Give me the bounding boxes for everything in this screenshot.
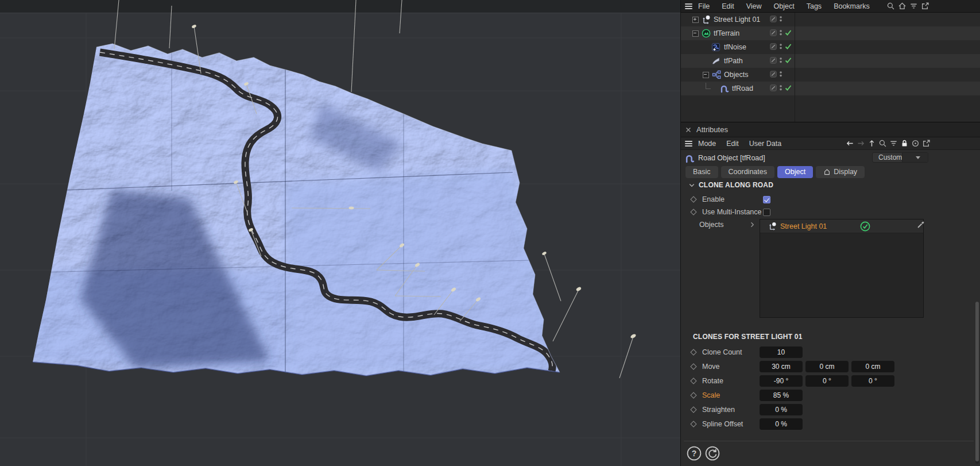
rotate-b-field[interactable]: 0 ° bbox=[851, 375, 894, 387]
enabled-check-icon[interactable] bbox=[785, 57, 792, 64]
edit-tag-icon[interactable] bbox=[770, 71, 777, 78]
object-label[interactable]: Street Light 01 bbox=[714, 15, 760, 24]
target-icon[interactable] bbox=[911, 139, 920, 148]
road-spline-icon bbox=[685, 153, 695, 163]
filter-icon[interactable] bbox=[889, 139, 898, 148]
object-row-tfnoise[interactable]: tfNoise bbox=[681, 40, 980, 54]
visibility-dots-icon[interactable] bbox=[779, 84, 783, 91]
tab-coordinates[interactable]: Coordinates bbox=[721, 166, 774, 178]
enabled-check-icon[interactable] bbox=[785, 84, 792, 91]
enabled-circle-check-icon[interactable] bbox=[860, 221, 870, 232]
collapse-minus-icon[interactable] bbox=[703, 72, 709, 78]
eyedropper-icon[interactable] bbox=[916, 220, 925, 229]
home-icon[interactable] bbox=[898, 2, 907, 10]
param-diamond-icon[interactable] bbox=[690, 406, 696, 413]
popout-icon[interactable] bbox=[921, 2, 929, 10]
object-row-street-light[interactable]: Street Light 01 bbox=[681, 13, 980, 26]
edit-tag-icon[interactable] bbox=[770, 16, 777, 22]
object-manager-menubar: File Edit View Object Tags Bookmarks bbox=[681, 0, 980, 13]
viewport-3d[interactable] bbox=[0, 0, 680, 466]
rotate-p-field[interactable]: 0 ° bbox=[805, 375, 849, 387]
preset-dropdown[interactable]: Custom bbox=[872, 152, 928, 163]
menu-object[interactable]: Object bbox=[774, 2, 795, 10]
lock-icon[interactable] bbox=[900, 139, 909, 148]
collapse-minus-icon[interactable] bbox=[692, 30, 699, 37]
menu-view[interactable]: View bbox=[746, 2, 762, 10]
edit-tag-icon[interactable] bbox=[770, 43, 777, 50]
menu-edit[interactable]: Edit bbox=[722, 2, 734, 10]
search-icon[interactable] bbox=[886, 2, 895, 10]
section-clone-along-road[interactable]: CLONE ALONG ROAD bbox=[689, 181, 773, 189]
row-clone-count: Clone Count 10 bbox=[691, 346, 760, 358]
reset-icon[interactable] bbox=[704, 445, 721, 461]
param-diamond-icon[interactable] bbox=[690, 392, 696, 398]
expand-plus-icon[interactable] bbox=[692, 17, 699, 23]
popout-icon[interactable] bbox=[922, 139, 931, 148]
filter-icon[interactable] bbox=[909, 2, 918, 10]
forward-arrow-icon[interactable] bbox=[857, 139, 865, 148]
menu-edit-attr[interactable]: Edit bbox=[726, 140, 739, 148]
param-diamond-icon[interactable] bbox=[690, 363, 696, 369]
object-label[interactable]: Objects bbox=[724, 70, 748, 79]
search-icon[interactable] bbox=[878, 139, 887, 148]
move-z-field[interactable]: 0 cm bbox=[851, 361, 894, 372]
list-item-street-light[interactable]: Street Light 01 bbox=[760, 219, 923, 233]
param-diamond-icon[interactable] bbox=[690, 378, 696, 384]
tab-display[interactable]: Display bbox=[816, 166, 865, 178]
object-row-tfpath[interactable]: tfPath bbox=[681, 54, 980, 68]
straighten-field[interactable]: 0 % bbox=[760, 404, 803, 415]
edit-tag-icon[interactable] bbox=[770, 84, 777, 91]
up-arrow-icon[interactable] bbox=[867, 139, 876, 148]
chevron-down-icon[interactable] bbox=[902, 153, 928, 162]
menu-mode[interactable]: Mode bbox=[698, 140, 716, 148]
object-label[interactable]: tfTerrain bbox=[714, 29, 739, 38]
back-arrow-icon[interactable] bbox=[846, 139, 854, 148]
objects-icon bbox=[712, 70, 721, 79]
param-diamond-icon[interactable] bbox=[690, 421, 696, 427]
visibility-dots-icon[interactable] bbox=[779, 16, 783, 22]
param-diamond-icon[interactable] bbox=[690, 196, 696, 202]
list-item-label[interactable]: Street Light 01 bbox=[780, 222, 827, 230]
menu-hamburger-icon[interactable] bbox=[685, 3, 692, 9]
param-diamond-icon[interactable] bbox=[690, 349, 696, 355]
param-label: Scale bbox=[702, 391, 760, 399]
menu-bookmarks[interactable]: Bookmarks bbox=[834, 2, 870, 10]
attributes-hamburger-icon[interactable] bbox=[685, 141, 692, 147]
close-icon[interactable] bbox=[685, 127, 691, 133]
scale-field[interactable]: 85 % bbox=[760, 390, 803, 401]
help-icon[interactable] bbox=[686, 445, 702, 461]
object-label[interactable]: tfNoise bbox=[724, 43, 746, 52]
move-y-field[interactable]: 0 cm bbox=[805, 361, 849, 372]
visibility-dots-icon[interactable] bbox=[779, 43, 783, 50]
objects-list[interactable]: Street Light 01 bbox=[760, 219, 924, 318]
enabled-check-icon[interactable] bbox=[785, 29, 792, 36]
enabled-check-icon[interactable] bbox=[785, 43, 792, 50]
row-objects: Objects bbox=[699, 219, 754, 230]
object-row-tfterrain[interactable]: tfTerrain bbox=[681, 26, 980, 40]
visibility-dots-icon[interactable] bbox=[779, 57, 783, 64]
multi-instance-checkbox[interactable] bbox=[763, 209, 770, 216]
param-label: Straighten bbox=[702, 406, 760, 414]
enable-checkbox[interactable] bbox=[763, 196, 770, 203]
menu-user-data[interactable]: User Data bbox=[749, 140, 781, 148]
chevron-right-icon[interactable] bbox=[750, 222, 754, 228]
rotate-h-field[interactable]: -90 ° bbox=[760, 375, 803, 387]
scrollbar-handle[interactable] bbox=[975, 302, 979, 461]
visibility-dots-icon[interactable] bbox=[779, 29, 783, 36]
param-diamond-icon[interactable] bbox=[690, 209, 696, 215]
tab-object[interactable]: Object bbox=[777, 166, 813, 178]
object-row-tfroad[interactable]: tfRoad bbox=[681, 82, 980, 95]
object-row-objects[interactable]: Objects bbox=[681, 68, 980, 82]
spline-offset-field[interactable]: 0 % bbox=[760, 418, 803, 430]
clone-count-field[interactable]: 10 bbox=[760, 346, 803, 358]
object-label[interactable]: tfPath bbox=[724, 56, 743, 66]
tab-basic[interactable]: Basic bbox=[685, 166, 718, 178]
scrollbar[interactable] bbox=[975, 302, 979, 464]
edit-tag-icon[interactable] bbox=[770, 29, 777, 36]
visibility-dots-icon[interactable] bbox=[779, 71, 783, 78]
menu-tags[interactable]: Tags bbox=[807, 2, 822, 10]
object-label[interactable]: tfRoad bbox=[732, 84, 753, 93]
edit-tag-icon[interactable] bbox=[770, 57, 777, 64]
move-x-field[interactable]: 30 cm bbox=[760, 361, 803, 372]
menu-file[interactable]: File bbox=[698, 2, 710, 10]
